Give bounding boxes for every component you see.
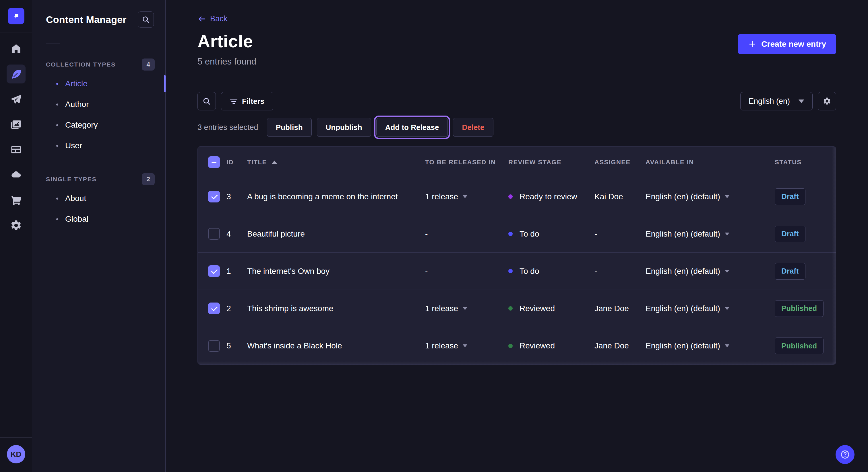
column-header-status[interactable]: STATUS [767, 159, 836, 166]
select-all-checkbox[interactable] [208, 156, 220, 168]
cell-release-dropdown[interactable]: 1 release [417, 341, 500, 350]
stage-dot-icon [508, 306, 513, 310]
cell-title: What's inside a Black Hole [239, 341, 417, 350]
entries-count: 5 entries found [197, 57, 256, 67]
help-button[interactable] [836, 445, 855, 464]
nav-content-type-builder-icon[interactable] [7, 140, 26, 159]
cell-available-in-dropdown[interactable]: English (en) (default) [638, 304, 767, 313]
cell-status: Published [767, 338, 836, 354]
cell-status: Draft [767, 226, 836, 242]
table-row[interactable]: 5 What's inside a Black Hole 1 release R… [198, 327, 836, 365]
search-icon [203, 97, 211, 105]
bullet-icon [56, 145, 58, 147]
sidebar-item-about[interactable]: About [32, 188, 165, 209]
filter-icon [230, 99, 237, 104]
cell-release-dropdown[interactable]: 1 release [417, 304, 500, 313]
nav-marketplace-icon[interactable] [7, 191, 26, 210]
gear-icon [823, 97, 831, 105]
sidebar-item-user[interactable]: User [32, 135, 165, 156]
status-badge: Published [775, 300, 824, 317]
sidebar-title: Content Manager [46, 14, 127, 25]
cell-release: - [417, 229, 500, 239]
unpublish-button[interactable]: Unpublish [317, 118, 371, 137]
chevron-down-icon [799, 100, 804, 103]
cell-available-in-dropdown[interactable]: English (en) (default) [638, 192, 767, 201]
page-title: Article [197, 31, 256, 51]
nav-content-manager-icon[interactable] [7, 65, 26, 83]
add-to-release-button[interactable]: Add to Release [376, 118, 448, 137]
sidebar-item-article[interactable]: Article [32, 73, 165, 94]
nav-home-icon[interactable] [7, 39, 26, 58]
cell-review-stage: Reviewed [500, 341, 586, 350]
cell-review-stage: Reviewed [500, 304, 586, 313]
column-header-available-in[interactable]: AVAILABLE IN [638, 159, 767, 166]
status-badge: Draft [775, 189, 805, 205]
entries-table: ID TITLE TO BE RELEASED IN REVIEW STAGE … [197, 146, 836, 365]
arrow-left-icon [197, 14, 206, 23]
table-row[interactable]: 2 This shrimp is awesome 1 release Revie… [198, 290, 836, 327]
section-label-collection-types: COLLECTION TYPES [46, 61, 116, 68]
sidebar-item-author[interactable]: Author [32, 94, 165, 115]
cell-assignee: - [586, 229, 638, 239]
cell-title: This shrimp is awesome [239, 304, 417, 313]
nav-media-library-icon[interactable] [7, 115, 26, 134]
column-header-to-be-released-in[interactable]: TO BE RELEASED IN [417, 159, 500, 166]
sidebar-search-button[interactable] [138, 11, 154, 28]
cell-available-in-dropdown[interactable]: English (en) (default) [638, 229, 767, 239]
back-link[interactable]: Back [197, 14, 227, 23]
nav-settings-icon[interactable] [7, 216, 26, 235]
column-header-title[interactable]: TITLE [239, 159, 417, 166]
locale-select[interactable]: English (en) [740, 92, 813, 110]
cell-available-in-dropdown[interactable]: English (en) (default) [638, 267, 767, 276]
table-row[interactable]: 1 The internet's Own boy - To do - Engli… [198, 252, 836, 290]
search-entries-button[interactable] [197, 92, 216, 110]
cell-assignee: Jane Doe [586, 341, 638, 350]
bullet-icon [56, 218, 58, 220]
status-badge: Draft [775, 263, 805, 279]
table-row[interactable]: 4 Beautiful picture - To do - English (e… [198, 215, 836, 252]
cell-title: Beautiful picture [239, 229, 417, 239]
cell-release-dropdown[interactable]: 1 release [417, 192, 500, 201]
user-avatar[interactable]: KD [7, 445, 25, 463]
cell-release: - [417, 267, 500, 276]
cell-id: 5 [218, 341, 239, 350]
nav-deploy-icon[interactable] [7, 165, 26, 184]
column-header-review-stage[interactable]: REVIEW STAGE [500, 159, 586, 166]
row-checkbox[interactable] [208, 228, 220, 240]
row-checkbox[interactable] [208, 265, 220, 277]
create-new-entry-button[interactable]: Create new entry [738, 34, 836, 54]
strapi-logo-icon [8, 8, 24, 24]
chevron-down-icon [463, 344, 467, 347]
app-root: KD Content Manager COLLECTION TYPES 4 Ar… [0, 0, 868, 472]
table-row[interactable]: 3 A bug is becoming a meme on the intern… [198, 178, 836, 215]
status-badge: Published [775, 338, 824, 354]
publish-button[interactable]: Publish [267, 118, 312, 137]
delete-button[interactable]: Delete [453, 118, 493, 137]
cell-assignee: Jane Doe [586, 304, 638, 313]
cell-id: 2 [218, 304, 239, 313]
column-header-id[interactable]: ID [218, 159, 239, 166]
plus-icon [748, 40, 756, 48]
table-header-row: ID TITLE TO BE RELEASED IN REVIEW STAGE … [198, 146, 836, 178]
cell-id: 1 [218, 267, 239, 276]
chevron-down-icon [463, 195, 467, 198]
column-header-assignee[interactable]: ASSIGNEE [586, 159, 638, 166]
stage-dot-icon [508, 344, 513, 348]
row-checkbox[interactable] [208, 191, 220, 202]
strapi-logo-box[interactable] [0, 0, 32, 32]
stage-dot-icon [508, 232, 513, 236]
chevron-down-icon [725, 307, 730, 310]
filters-button[interactable]: Filters [221, 92, 273, 110]
nav-releases-icon[interactable] [7, 90, 26, 109]
chevron-down-icon [725, 233, 730, 235]
single-types-count-badge: 2 [142, 173, 155, 185]
row-checkbox[interactable] [208, 340, 220, 352]
sidebar-item-global[interactable]: Global [32, 209, 165, 229]
row-checkbox[interactable] [208, 303, 220, 314]
question-mark-circle-icon [840, 450, 850, 460]
stage-dot-icon [508, 269, 513, 273]
list-settings-button[interactable] [818, 92, 836, 110]
cell-available-in-dropdown[interactable]: English (en) (default) [638, 341, 767, 350]
sort-ascending-icon [272, 161, 277, 164]
sidebar-item-category[interactable]: Category [32, 115, 165, 135]
